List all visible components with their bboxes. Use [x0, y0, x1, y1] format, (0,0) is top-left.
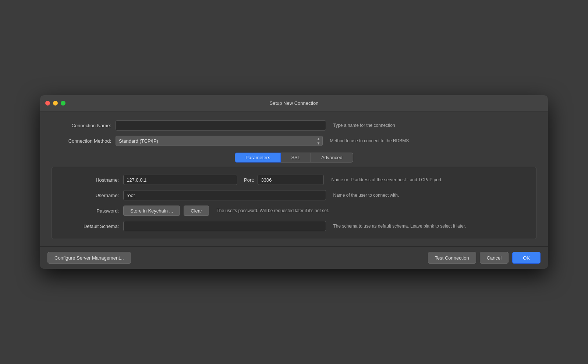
port-input[interactable] [258, 175, 324, 185]
port-label: Port: [244, 177, 254, 183]
default-schema-input[interactable] [123, 221, 326, 231]
connection-method-row: Connection Method: Standard (TCP/IP) Sta… [51, 136, 537, 146]
default-schema-row: Default Schema: The schema to use as def… [59, 221, 529, 231]
bottom-right: Test Connection Cancel OK [428, 252, 541, 264]
default-schema-hint: The schema to use as default schema. Lea… [333, 223, 529, 229]
hostname-input[interactable] [123, 175, 237, 185]
minimize-button[interactable] [53, 101, 58, 106]
hostname-hint: Name or IP address of the server host - … [331, 177, 529, 183]
cancel-button[interactable]: Cancel [480, 252, 509, 264]
configure-server-button[interactable]: Configure Server Management... [47, 252, 131, 264]
connection-name-input[interactable] [116, 120, 326, 131]
parameters-panel: Hostname: Port: Name or IP address of th… [51, 167, 537, 239]
title-bar: Setup New Connection [40, 95, 548, 111]
connection-name-label: Connection Name: [51, 123, 116, 128]
tab-ssl[interactable]: SSL [281, 153, 311, 163]
clear-button[interactable]: Clear [184, 206, 209, 216]
bottom-left: Configure Server Management... [47, 252, 131, 264]
tab-bar: Parameters SSL Advanced [51, 153, 537, 163]
hostname-label: Hostname: [59, 177, 123, 183]
connection-method-label: Connection Method: [51, 138, 116, 144]
connection-method-hint: Method to use to connect to the RDBMS [330, 138, 537, 144]
bottom-bar: Configure Server Management... Test Conn… [40, 246, 548, 269]
username-label: Username: [59, 193, 123, 198]
default-schema-label: Default Schema: [59, 224, 123, 229]
close-button[interactable] [45, 101, 50, 106]
password-label: Password: [59, 208, 123, 214]
tab-parameters[interactable]: Parameters [235, 153, 281, 163]
main-content: Connection Name: Type a name for the con… [40, 111, 548, 246]
connection-name-hint: Type a name for the connection [333, 122, 537, 129]
window-controls [45, 101, 65, 106]
hostname-row: Hostname: Port: Name or IP address of th… [59, 175, 529, 185]
username-row: Username: Name of the user to connect wi… [59, 190, 529, 200]
password-row: Password: Store in Keychain ... Clear Th… [59, 206, 529, 216]
maximize-button[interactable] [61, 101, 65, 106]
window-title: Setup New Connection [270, 100, 319, 106]
connection-name-row: Connection Name: Type a name for the con… [51, 120, 537, 131]
connection-method-select[interactable]: Standard (TCP/IP) Standard (TCP/IP) with… [116, 136, 323, 146]
connection-method-wrapper: Standard (TCP/IP) Standard (TCP/IP) with… [116, 136, 323, 146]
password-buttons: Store in Keychain ... Clear [123, 206, 209, 216]
username-input[interactable] [123, 190, 326, 200]
test-connection-button[interactable]: Test Connection [428, 252, 476, 264]
password-hint: The user's password. Will be requested l… [216, 208, 529, 214]
ok-button[interactable]: OK [512, 252, 541, 264]
username-hint: Name of the user to connect with. [333, 192, 529, 199]
main-window: Setup New Connection Connection Name: Ty… [40, 95, 548, 269]
tab-advanced[interactable]: Advanced [311, 153, 353, 163]
store-in-keychain-button[interactable]: Store in Keychain ... [123, 206, 180, 216]
